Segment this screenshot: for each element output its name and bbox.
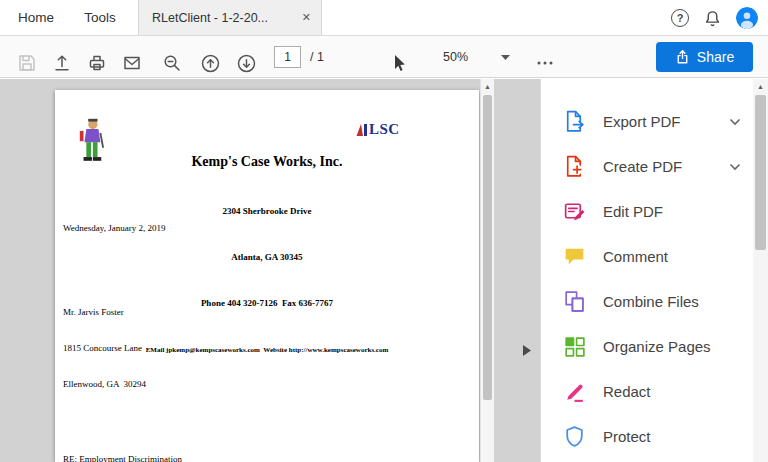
combine-files-icon (561, 289, 587, 315)
protect-icon (561, 424, 587, 450)
panel-item-export-pdf[interactable]: Export PDF (541, 99, 753, 144)
panel-item-label: Redact (603, 383, 651, 400)
close-tab-icon[interactable]: ✕ (302, 12, 311, 23)
upload-icon[interactable] (49, 50, 75, 76)
page-number-input[interactable] (274, 46, 301, 68)
share-icon (675, 49, 690, 65)
zoom-level-value[interactable]: 50% (443, 36, 468, 78)
tab-document[interactable]: RLetClient - 1-2-20... ✕ (138, 0, 322, 35)
panel-item-edit-pdf[interactable]: Edit PDF (541, 189, 753, 234)
document-scrollbar[interactable]: ▲ (480, 79, 494, 462)
panel-scrollbar-thumb[interactable] (755, 95, 766, 250)
panel-scrollbar[interactable]: ▲ (753, 79, 768, 462)
tab-tools[interactable]: Tools (70, 0, 130, 35)
tab-home-label: Home (18, 10, 54, 25)
panel-item-protect[interactable]: Protect (541, 414, 753, 459)
letter-header: Kemp's Case Works, Inc. 2304 Sherbrooke … (55, 90, 479, 194)
topbar-right: ? (671, 0, 768, 36)
chevron-down-icon[interactable] (729, 118, 741, 126)
panel-item-combine-files[interactable]: Combine Files (541, 279, 753, 324)
print-icon[interactable] (84, 50, 110, 76)
save-icon[interactable] (14, 50, 40, 76)
toolbar: / 1 50% Share (0, 36, 768, 78)
acrobat-window: Home Tools RLetClient - 1-2-20... ✕ ? (0, 0, 768, 462)
panel-item-label: Protect (603, 428, 651, 445)
tab-tools-label: Tools (84, 10, 116, 25)
comment-icon (561, 244, 587, 270)
panel-item-organize-pages[interactable]: Organize Pages (541, 324, 753, 369)
scroll-up-icon[interactable]: ▲ (481, 79, 494, 93)
organize-pages-icon (561, 334, 587, 360)
panel-item-label: Comment (603, 248, 668, 265)
tab-bar: Home Tools RLetClient - 1-2-20... ✕ ? (0, 0, 768, 36)
redact-icon (561, 379, 587, 405)
more-tools-icon[interactable] (532, 50, 558, 76)
document-tab-title: RLetClient - 1-2-20... (152, 11, 294, 25)
previous-page-icon[interactable] (197, 50, 223, 76)
scroll-up-icon[interactable]: ▲ (753, 79, 768, 93)
company-city: Atlanta, GA 30345 (55, 252, 479, 262)
tab-home[interactable]: Home (6, 0, 66, 35)
share-button-label: Share (697, 49, 734, 65)
company-name: Kemp's Case Works, Inc. (55, 154, 479, 170)
panel-item-redact[interactable]: Redact (541, 369, 753, 414)
edit-pdf-icon (561, 199, 587, 225)
next-page-icon[interactable] (233, 50, 259, 76)
content-area: Kemp's Case Works, Inc. 2304 Sherbrooke … (0, 79, 768, 462)
re-line: RE: Employment Discrimination (63, 453, 451, 462)
collapse-panel-button[interactable] (518, 339, 536, 361)
document-viewport[interactable]: Kemp's Case Works, Inc. 2304 Sherbrooke … (0, 79, 540, 462)
company-email-web: EMail jpkemp@kempscaseworks.com Website … (55, 346, 479, 355)
select-tool-icon[interactable] (385, 50, 411, 76)
export-pdf-icon (561, 109, 587, 135)
panel-item-label: Export PDF (603, 113, 681, 130)
lsc-logo: LSC (355, 121, 400, 138)
panel-item-label: Create PDF (603, 158, 682, 175)
panel-item-label: Organize Pages (603, 338, 711, 355)
zoom-out-icon[interactable] (159, 50, 185, 76)
panel-item-label: Combine Files (603, 293, 699, 310)
zoom-dropdown-icon[interactable] (501, 55, 510, 60)
page-total-label: / 1 (310, 36, 324, 78)
tools-panel: Export PDF Create PDF (540, 79, 768, 462)
company-phone-fax: Phone 404 320-7126 Fax 636-7767 (55, 298, 479, 308)
panel-item-comment[interactable]: Comment (541, 234, 753, 279)
company-address: 2304 Sherbrooke Drive (55, 206, 479, 216)
lsc-logo-text: LSC (369, 121, 400, 138)
panel-item-create-pdf[interactable]: Create PDF (541, 144, 753, 189)
create-pdf-icon (561, 154, 587, 180)
share-button[interactable]: Share (656, 42, 753, 72)
tools-panel-list: Export PDF Create PDF (541, 99, 753, 459)
chevron-down-icon[interactable] (729, 163, 741, 171)
pdf-page: Kemp's Case Works, Inc. 2304 Sherbrooke … (55, 90, 479, 462)
panel-item-label: Edit PDF (603, 203, 663, 220)
email-icon[interactable] (119, 50, 145, 76)
bell-icon[interactable] (703, 9, 722, 28)
document-scrollbar-thumb[interactable] (483, 95, 492, 400)
account-avatar[interactable] (736, 7, 758, 29)
help-icon[interactable]: ? (671, 9, 689, 27)
